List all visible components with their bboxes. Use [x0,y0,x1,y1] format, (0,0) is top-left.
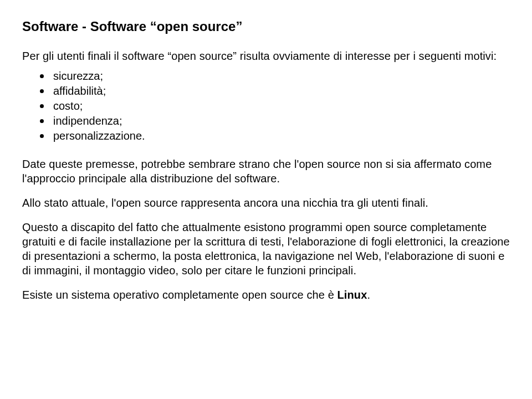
paragraph-5-pre: Esiste un sistema operativo completament… [22,289,337,301]
linux-bold: Linux [337,289,367,301]
paragraph-2: Date queste premesse, potrebbe sembrare … [22,157,510,186]
list-item: affidabilità; [22,84,510,99]
page-title: Software - Software “open source” [22,19,510,34]
document-page: Software - Software “open source” Per gl… [0,0,532,399]
list-item: costo; [22,99,510,114]
paragraph-5: Esiste un sistema operativo completament… [22,288,510,302]
intro-paragraph: Per gli utenti finali il software “open … [22,49,510,63]
bullet-list: sicurezza; affidabilità; costo; indipend… [22,69,510,144]
paragraph-4: Questo a discapito del fatto che attualm… [22,220,510,278]
list-item: sicurezza; [22,69,510,84]
paragraph-5-post: . [367,289,370,301]
paragraph-3: Allo stato attuale, l'open source rappre… [22,196,510,210]
list-item: indipendenza; [22,114,510,129]
list-item: personalizzazione. [22,129,510,144]
